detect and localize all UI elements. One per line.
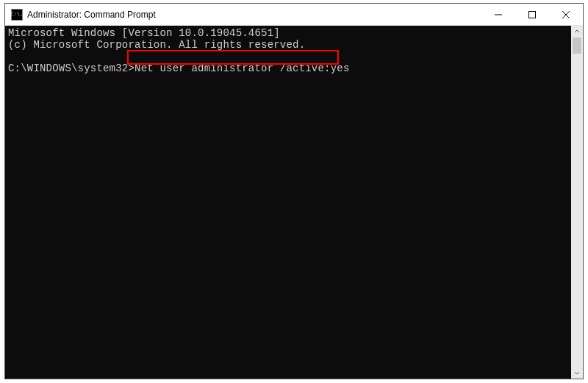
vertical-scrollbar[interactable]	[571, 26, 583, 379]
console-command: Net user administrator /active:yes	[135, 62, 349, 74]
scroll-thumb[interactable]	[573, 37, 581, 54]
minimize-icon	[495, 11, 502, 18]
scroll-up-button[interactable]	[571, 26, 583, 37]
window-controls	[481, 4, 583, 25]
command-prompt-window: C:\. Administrator: Command Prompt Micro…	[4, 3, 584, 379]
cmd-icon: C:\.	[11, 9, 23, 21]
console-area: Microsoft Windows [Version 10.0.19045.46…	[5, 26, 583, 379]
svg-rect-1	[529, 11, 536, 18]
close-button[interactable]	[549, 4, 583, 25]
maximize-icon	[528, 11, 536, 18]
maximize-button[interactable]	[515, 4, 549, 25]
chevron-down-icon	[574, 370, 580, 376]
console-line: Microsoft Windows [Version 10.0.19045.46…	[8, 27, 280, 39]
window-title: Administrator: Command Prompt	[27, 10, 481, 20]
chevron-up-icon	[574, 29, 580, 35]
close-icon	[562, 11, 570, 18]
console-line: (c) Microsoft Corporation. All rights re…	[8, 39, 305, 51]
console-output[interactable]: Microsoft Windows [Version 10.0.19045.46…	[5, 26, 571, 379]
titlebar[interactable]: C:\. Administrator: Command Prompt	[5, 4, 583, 26]
console-prompt: C:\WINDOWS\system32>	[8, 62, 135, 74]
minimize-button[interactable]	[481, 4, 515, 25]
scroll-down-button[interactable]	[571, 367, 583, 379]
